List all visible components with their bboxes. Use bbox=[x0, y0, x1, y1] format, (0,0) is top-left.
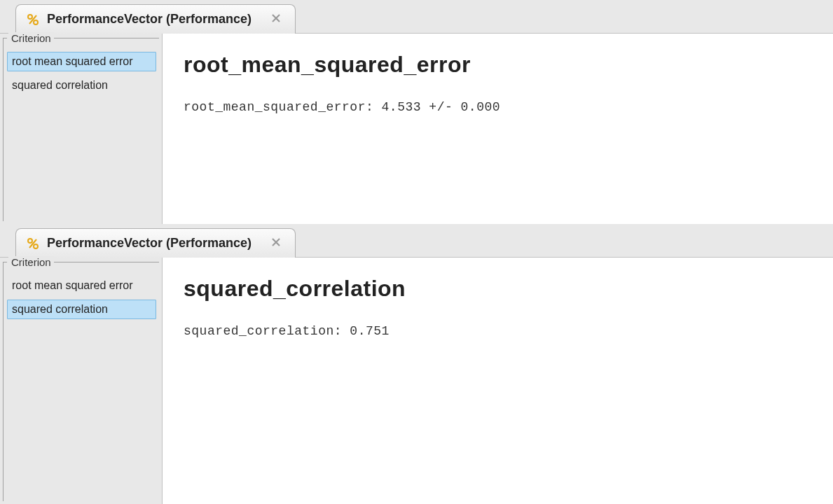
panel-body: Criterion root mean squared error square… bbox=[0, 34, 833, 224]
metric-content: squared_correlation squared_correlation:… bbox=[163, 258, 833, 504]
criterion-item-rmse[interactable]: root mean squared error bbox=[7, 52, 156, 71]
svg-point-6 bbox=[34, 244, 38, 248]
metric-detail: squared_correlation: 0.751 bbox=[184, 324, 812, 338]
tab-performance-vector[interactable]: PerformanceVector (Performance) bbox=[15, 4, 296, 34]
panel-body: Criterion root mean squared error square… bbox=[0, 258, 833, 504]
svg-line-2 bbox=[29, 15, 36, 24]
criterion-sidebar: Criterion root mean squared error square… bbox=[0, 258, 163, 504]
performance-panel-2: PerformanceVector (Performance) Criterio… bbox=[0, 224, 833, 504]
criterion-list: root mean squared error squared correlat… bbox=[6, 276, 156, 319]
tab-bar: PerformanceVector (Performance) bbox=[0, 0, 833, 34]
close-icon[interactable] bbox=[271, 13, 281, 26]
criterion-list: root mean squared error squared correlat… bbox=[6, 52, 156, 95]
percent-icon bbox=[26, 237, 40, 251]
criterion-label: Criterion bbox=[8, 32, 54, 44]
fieldset-border bbox=[3, 262, 4, 501]
tab-performance-vector[interactable]: PerformanceVector (Performance) bbox=[15, 228, 296, 258]
svg-point-5 bbox=[28, 239, 32, 243]
svg-point-0 bbox=[28, 15, 32, 19]
svg-point-1 bbox=[34, 20, 38, 24]
criterion-item-sq-corr[interactable]: squared correlation bbox=[7, 76, 156, 95]
fieldset-border bbox=[3, 38, 4, 221]
metric-title: root_mean_squared_error bbox=[184, 52, 812, 78]
criterion-item-sq-corr[interactable]: squared correlation bbox=[7, 300, 156, 319]
svg-line-7 bbox=[29, 239, 36, 248]
performance-panel-1: PerformanceVector (Performance) Criterio… bbox=[0, 0, 833, 224]
metric-content: root_mean_squared_error root_mean_square… bbox=[163, 34, 833, 224]
criterion-sidebar: Criterion root mean squared error square… bbox=[0, 34, 163, 224]
percent-icon bbox=[26, 13, 40, 27]
fieldset-border bbox=[52, 38, 159, 38]
tab-bar: PerformanceVector (Performance) bbox=[0, 224, 833, 258]
tab-title: PerformanceVector (Performance) bbox=[47, 12, 252, 27]
criterion-label: Criterion bbox=[8, 256, 54, 268]
metric-detail: root_mean_squared_error: 4.533 +/- 0.000 bbox=[184, 100, 812, 114]
criterion-item-rmse[interactable]: root mean squared error bbox=[7, 276, 156, 295]
fieldset-border bbox=[52, 262, 159, 262]
tab-title: PerformanceVector (Performance) bbox=[47, 236, 252, 251]
metric-title: squared_correlation bbox=[184, 276, 812, 302]
close-icon[interactable] bbox=[271, 237, 281, 250]
